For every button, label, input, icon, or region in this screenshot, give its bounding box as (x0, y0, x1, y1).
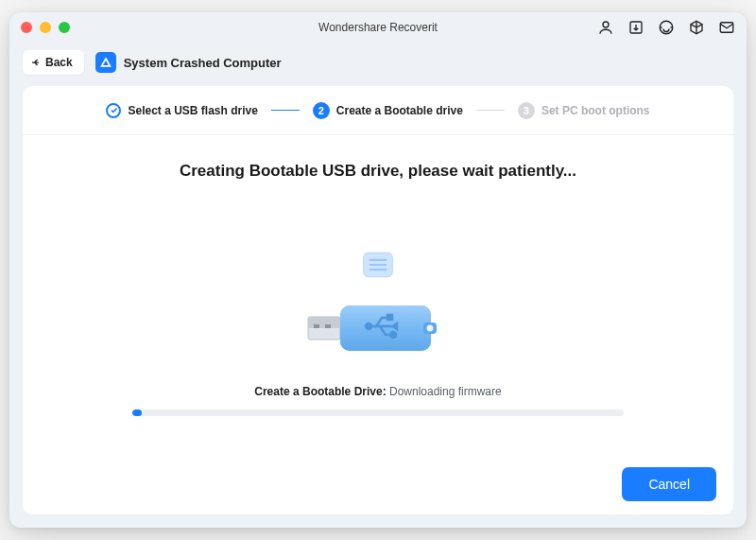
app-window: Wondershare Recoverit Back System Crashe… (9, 12, 747, 528)
titlebar: Wondershare Recoverit (9, 12, 747, 43)
arrow-left-icon (30, 57, 42, 68)
progress-status-label: Create a Bootable Drive: (254, 385, 386, 398)
step-active-number: 2 (313, 102, 330, 119)
stepper: Select a USB flash drive 2 Create a Boot… (23, 86, 733, 135)
step-1-label: Select a USB flash drive (128, 104, 257, 117)
svg-rect-10 (314, 324, 319, 328)
back-button[interactable]: Back (23, 50, 84, 75)
cancel-button[interactable]: Cancel (622, 467, 716, 501)
svg-rect-11 (325, 324, 331, 328)
mail-icon[interactable] (718, 19, 735, 36)
user-icon[interactable] (597, 19, 614, 36)
step-connector-1 (271, 110, 300, 112)
minimize-window-button[interactable] (40, 22, 51, 33)
titlebar-actions (597, 19, 735, 36)
usb-drive-icon (302, 296, 454, 360)
step-pending-number: 3 (518, 102, 535, 119)
traffic-lights (21, 22, 70, 33)
file-transfer-icon (362, 251, 394, 279)
svg-point-15 (427, 325, 434, 332)
svg-rect-9 (308, 317, 340, 328)
close-window-button[interactable] (21, 22, 32, 33)
step-connector-2 (476, 110, 505, 112)
import-icon[interactable] (627, 19, 644, 36)
content-area: Creating Bootable USB drive, please wait… (23, 135, 733, 454)
cube-icon[interactable] (688, 19, 705, 36)
back-button-label: Back (45, 56, 73, 69)
progress-status-value: Downloading firmware (387, 385, 502, 398)
step-1: Select a USB flash drive (106, 103, 257, 118)
svg-point-0 (603, 22, 609, 27)
page-heading: Creating Bootable USB drive, please wait… (180, 162, 576, 181)
step-3: 3 Set PC boot options (518, 102, 650, 119)
progress-fill (132, 409, 142, 416)
breadcrumb: System Crashed Computer (95, 52, 282, 73)
footer: Cancel (23, 454, 733, 514)
svg-rect-18 (387, 315, 392, 320)
support-icon[interactable] (658, 19, 675, 36)
main-card: Select a USB flash drive 2 Create a Boot… (23, 86, 733, 514)
step-3-label: Set PC boot options (541, 104, 650, 117)
fullscreen-window-button[interactable] (59, 22, 70, 33)
step-done-icon (106, 103, 121, 118)
subheader: Back System Crashed Computer (9, 43, 747, 82)
step-2: 2 Create a Bootable drive (313, 102, 463, 119)
system-crash-icon (95, 52, 116, 73)
progress-status: Create a Bootable Drive: Downloading fir… (254, 385, 501, 398)
breadcrumb-label: System Crashed Computer (124, 56, 282, 70)
step-2-label: Create a Bootable drive (336, 104, 463, 117)
svg-rect-13 (340, 305, 431, 351)
illustration (302, 209, 454, 360)
svg-point-19 (390, 332, 396, 338)
progress-bar (132, 409, 624, 416)
